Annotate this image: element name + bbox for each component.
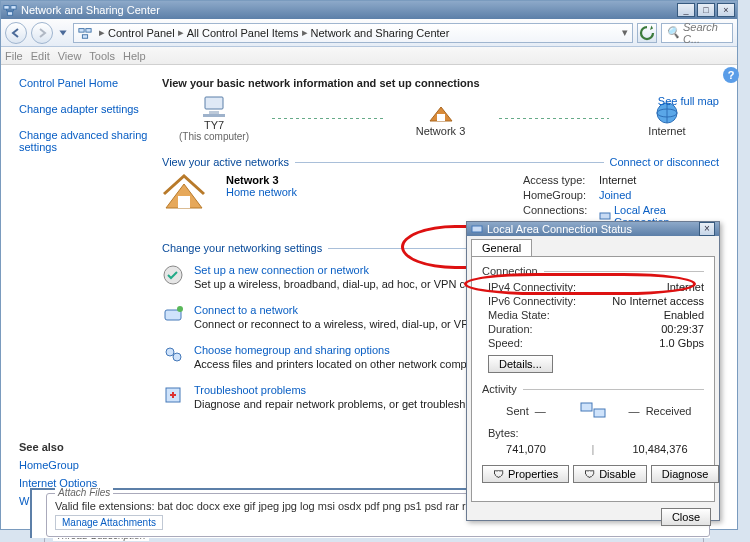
bytes-received-value: 10,484,376 <box>616 443 704 455</box>
connection-info: Access type:Internet HomeGroup:Joined Co… <box>523 174 719 228</box>
troubleshoot-icon <box>162 384 184 406</box>
breadcrumb-item[interactable]: Control Panel <box>108 27 175 39</box>
svg-rect-2 <box>7 12 12 16</box>
activity-icon <box>570 399 616 423</box>
nic-icon <box>471 223 483 235</box>
menu-view[interactable]: View <box>58 50 82 62</box>
received-label: — Received <box>616 405 704 417</box>
link-see-full-map[interactable]: See full map <box>658 95 719 107</box>
svg-point-19 <box>173 353 181 361</box>
search-icon: 🔍 <box>666 26 680 39</box>
search-placeholder: Search C... <box>683 21 728 45</box>
svg-rect-8 <box>203 114 225 117</box>
dialog-tabs: General <box>467 236 719 256</box>
maximize-button[interactable]: □ <box>697 3 715 17</box>
menu-tools[interactable]: Tools <box>89 50 115 62</box>
chevron-down-icon[interactable]: ▾ <box>622 26 628 39</box>
search-input[interactable]: 🔍 Search C... <box>661 23 733 43</box>
svg-rect-6 <box>205 97 223 109</box>
bytes-label: Bytes: <box>482 427 570 439</box>
minimize-button[interactable]: _ <box>677 3 695 17</box>
network-map: TY7 (This computer) Network 3 Internet S… <box>162 95 719 142</box>
svg-rect-14 <box>600 213 610 219</box>
link-change-adapter[interactable]: Change adapter settings <box>19 103 148 115</box>
active-network-name: Network 3 <box>226 174 297 186</box>
link-homegroup-joined[interactable]: Joined <box>599 189 719 201</box>
page-heading: View your basic network information and … <box>162 77 719 89</box>
diagnose-button[interactable]: Diagnose <box>651 465 719 483</box>
sent-label: Sent — <box>482 405 570 417</box>
svg-rect-5 <box>82 34 87 38</box>
breadcrumb-item[interactable]: Network and Sharing Center <box>311 27 450 39</box>
titlebar[interactable]: Network and Sharing Center _ □ × <box>1 1 737 19</box>
svg-rect-3 <box>79 28 84 32</box>
link-control-panel-home[interactable]: Control Panel Home <box>19 77 148 89</box>
task-setup-connection[interactable]: Set up a new connection or network <box>194 264 369 276</box>
svg-rect-4 <box>86 28 91 32</box>
shield-icon: 🛡 <box>584 468 595 480</box>
section-active-networks: View your active networks Connect or dis… <box>162 156 719 168</box>
sidebar: Control Panel Home Change adapter settin… <box>1 67 156 529</box>
node-network: Network 3 <box>389 101 493 137</box>
menu-edit[interactable]: Edit <box>31 50 50 62</box>
svg-rect-13 <box>178 196 190 208</box>
setup-conn-icon <box>162 264 184 286</box>
active-network: Network 3 Home network Access type:Inter… <box>162 174 719 228</box>
address-bar[interactable]: ▸ Control Panel ▸ All Control Panel Item… <box>73 23 633 43</box>
window-title: Network and Sharing Center <box>21 4 677 16</box>
link-homegroup[interactable]: HomeGroup <box>19 459 148 471</box>
network-icon <box>3 3 17 17</box>
dialog-close-button[interactable]: × <box>699 222 715 236</box>
task-troubleshoot[interactable]: Troubleshoot problems <box>194 384 306 396</box>
lac-status-dialog[interactable]: Local Area Connection Status × General C… <box>466 221 720 521</box>
svg-rect-7 <box>209 111 219 114</box>
duration-value: 00:29:37 <box>612 323 704 335</box>
close-button[interactable]: Close <box>661 508 711 526</box>
refresh-button[interactable] <box>637 23 657 43</box>
tab-general[interactable]: General <box>471 239 532 256</box>
svg-point-17 <box>177 306 183 312</box>
house-icon <box>162 174 206 212</box>
svg-rect-0 <box>4 6 9 10</box>
link-connect-disconnect[interactable]: Connect or disconnect <box>610 156 719 168</box>
svg-point-18 <box>166 348 174 356</box>
task-homegroup[interactable]: Choose homegroup and sharing options <box>194 344 390 356</box>
ipv4-value: Internet <box>612 281 704 293</box>
network-icon <box>78 26 92 40</box>
media-state-value: Enabled <box>612 309 704 321</box>
back-button[interactable] <box>5 22 27 44</box>
speed-value: 1.0 Gbps <box>612 337 704 349</box>
link-advanced-sharing[interactable]: Change advanced sharing settings <box>19 129 148 153</box>
menu-file[interactable]: File <box>5 50 23 62</box>
connect-net-icon <box>162 304 184 326</box>
see-also-heading: See also <box>19 441 148 453</box>
active-network-type[interactable]: Home network <box>226 186 297 198</box>
dialog-body: Connection IPv4 Connectivity:Internet IP… <box>471 256 715 502</box>
menu-help[interactable]: Help <box>123 50 146 62</box>
svg-rect-21 <box>472 226 482 232</box>
shield-icon: 🛡 <box>493 468 504 480</box>
homegroup-icon <box>162 344 184 366</box>
svg-rect-9 <box>437 114 445 121</box>
svg-rect-23 <box>594 409 605 417</box>
breadcrumb-item[interactable]: All Control Panel Items <box>187 27 299 39</box>
forward-button[interactable] <box>31 22 53 44</box>
properties-button[interactable]: 🛡Properties <box>482 465 569 483</box>
manage-attachments-button[interactable]: Manage Attachments <box>55 515 163 530</box>
task-connect-network[interactable]: Connect to a network <box>194 304 298 316</box>
menu-bar: File Edit View Tools Help <box>1 47 737 65</box>
dialog-title: Local Area Connection Status <box>487 223 699 235</box>
node-this-computer: TY7 (This computer) <box>162 95 266 142</box>
dialog-titlebar[interactable]: Local Area Connection Status × <box>467 222 719 236</box>
help-button[interactable]: ? <box>723 67 739 83</box>
nav-history-dropdown[interactable] <box>57 22 69 44</box>
details-button[interactable]: Details... <box>488 355 553 373</box>
close-button[interactable]: × <box>717 3 735 17</box>
bytes-sent-value: 741,070 <box>482 443 570 455</box>
attach-legend: Attach Files <box>55 487 113 498</box>
disable-button[interactable]: 🛡Disable <box>573 465 647 483</box>
nav-toolbar: ▸ Control Panel ▸ All Control Panel Item… <box>1 19 737 47</box>
svg-rect-22 <box>581 403 592 411</box>
ipv6-value: No Internet access <box>612 295 704 307</box>
svg-rect-1 <box>11 6 16 10</box>
